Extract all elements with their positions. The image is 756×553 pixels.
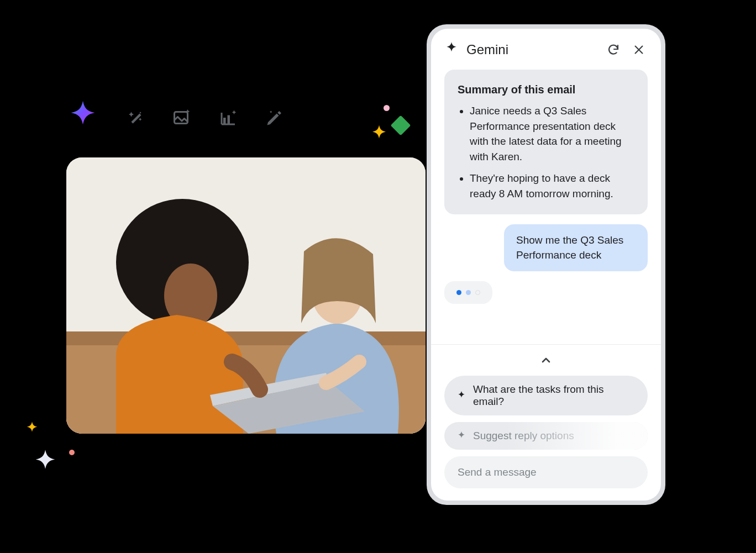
sparkle-icon xyxy=(456,391,466,401)
image-sparkle-icon xyxy=(169,105,195,130)
dot-coral xyxy=(69,450,75,455)
conversation-area: Summary of this email Janice needs a Q3 … xyxy=(431,64,661,344)
close-button[interactable] xyxy=(630,41,648,59)
summary-bullet: They're hoping to have a deck ready 8 AM… xyxy=(470,171,634,201)
magic-wand-icon xyxy=(123,105,148,130)
sparkle-icon xyxy=(456,431,466,441)
sparkle-yellow-small xyxy=(24,421,40,436)
suggestions-section: What are the tasks from this email? Sugg… xyxy=(431,344,661,501)
gemini-panel-frame: Gemini Summary of this email Janice need… xyxy=(427,24,665,505)
collapse-suggestions-button[interactable] xyxy=(536,352,556,368)
message-composer[interactable]: Send a message xyxy=(444,456,648,488)
suggestion-label: What are the tasks from this email? xyxy=(473,383,636,408)
icon-toolbar xyxy=(66,105,287,130)
dot-pink xyxy=(384,105,390,111)
hero-photo xyxy=(66,157,426,434)
summary-heading: Summary of this email xyxy=(458,82,634,98)
ai-summary-card: Summary of this email Janice needs a Q3 … xyxy=(444,70,648,214)
svg-rect-1 xyxy=(223,118,226,124)
composer-placeholder: Send a message xyxy=(458,466,537,478)
suggestion-label: Suggest reply options xyxy=(473,430,574,442)
sparkle-yellow xyxy=(369,124,389,144)
pen-sparkle-icon xyxy=(262,105,287,130)
summary-bullet: Janice needs a Q3 Sales Performance pres… xyxy=(470,103,634,164)
svg-rect-2 xyxy=(228,115,230,125)
sparkle-icon xyxy=(444,41,459,58)
sparkle-lavender xyxy=(31,449,60,477)
panel-header: Gemini xyxy=(431,29,661,64)
typing-indicator xyxy=(444,281,492,304)
chart-sparkle-icon xyxy=(216,105,241,130)
diamond-green xyxy=(391,115,411,136)
suggestion-chip[interactable]: Suggest reply options xyxy=(444,422,648,450)
gemini-panel: Gemini Summary of this email Janice need… xyxy=(431,29,661,501)
user-message-bubble: Show me the Q3 Sales Performance deck xyxy=(504,224,648,271)
suggestion-chip[interactable]: What are the tasks from this email? xyxy=(444,376,648,415)
svg-rect-9 xyxy=(309,271,365,282)
refresh-button[interactable] xyxy=(605,41,622,59)
panel-title: Gemini xyxy=(466,42,597,57)
